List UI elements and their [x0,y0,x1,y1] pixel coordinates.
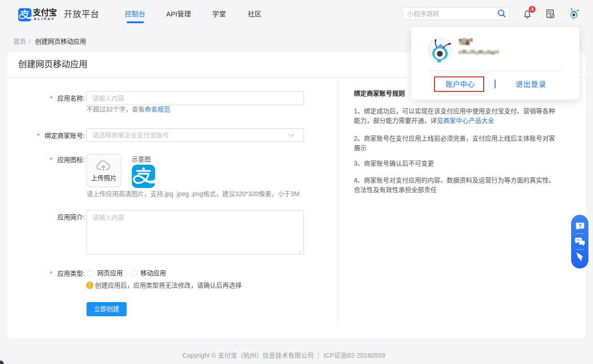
svg-text:?: ? [578,223,582,228]
